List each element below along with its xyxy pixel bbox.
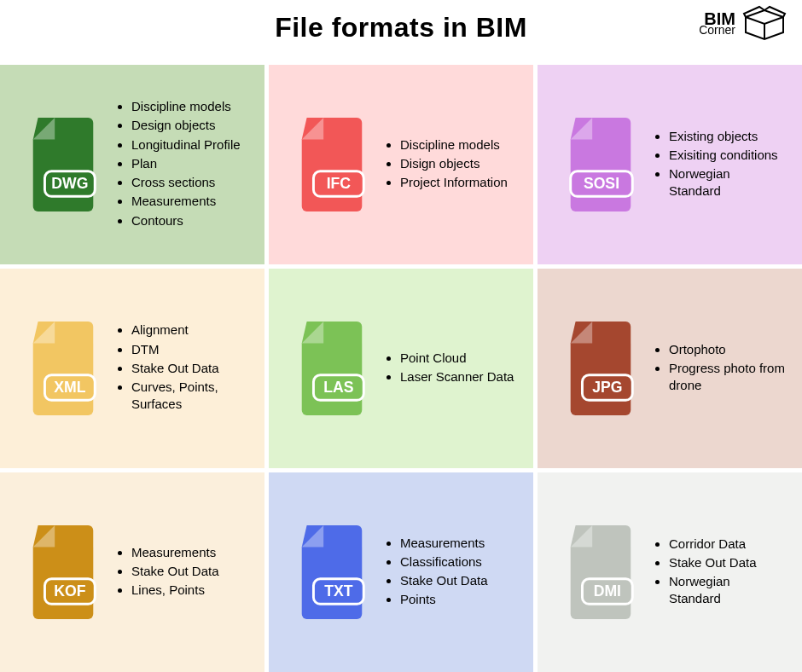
bim-corner-logo: BIM Corner xyxy=(699,5,787,41)
card-list: MeasurementsStake Out DataLines, Points xyxy=(111,544,251,601)
file-icon-las: LAS xyxy=(284,317,380,420)
svg-text:JPG: JPG xyxy=(592,379,622,396)
header: File formats in BIM BIM Corner xyxy=(0,0,802,65)
list-item: Discipline models xyxy=(400,136,516,154)
list-item: Measurements xyxy=(131,544,247,561)
svg-text:TXT: TXT xyxy=(324,582,353,600)
card-list: MeasurementsClassificationsStake Out Dat… xyxy=(380,535,520,611)
list-item: Cross sections xyxy=(131,174,247,191)
file-icon-ifc: IFC xyxy=(284,113,380,216)
list-item: Point Cloud xyxy=(400,350,516,367)
svg-text:KOF: KOF xyxy=(54,582,85,600)
card-jpg: JPGOrtophotoProgress photo from drone xyxy=(538,269,802,468)
file-icon-dwg: DWG xyxy=(15,113,111,216)
list-item: Ortophoto xyxy=(669,341,785,358)
list-item: Alignment xyxy=(131,322,247,339)
list-item: Norwegian Standard xyxy=(669,573,785,608)
list-item: Progress photo from drone xyxy=(669,360,785,395)
box-icon xyxy=(742,5,787,41)
file-icon-txt: TXT xyxy=(284,521,380,623)
file-icon-kof: KOF xyxy=(15,521,111,623)
card-list: Discipline modelsDisign objectsProject I… xyxy=(380,136,520,194)
list-item: Stake Out Data xyxy=(669,554,785,571)
svg-text:DWG: DWG xyxy=(51,175,88,192)
list-item: Discipline models xyxy=(131,98,247,115)
list-item: Lines, Points xyxy=(131,582,247,599)
card-list: Discipline modelsDesign objectsLongitudi… xyxy=(111,98,251,231)
list-item: Longitudinal Profile xyxy=(131,136,247,154)
card-xml: XMLAlignmentDTMStake Out DataCurves, Poi… xyxy=(0,269,264,468)
list-item: Norwegian Standard xyxy=(669,165,785,200)
page-title: File formats in BIM xyxy=(0,12,802,43)
list-item: Existing objects xyxy=(669,128,785,145)
file-icon-dmi: DMI xyxy=(553,521,648,623)
logo-text: BIM Corner xyxy=(699,11,735,36)
card-list: AlignmentDTMStake Out DataCurves, Points… xyxy=(111,322,251,414)
svg-text:IFC: IFC xyxy=(327,175,352,192)
file-icon-jpg: JPG xyxy=(553,317,648,420)
card-dmi: DMICorridor DataStake Out DataNorwegian … xyxy=(538,472,802,672)
card-txt: TXTMeasurementsClassificationsStake Out … xyxy=(269,472,533,672)
file-icon-sosi: SOSI xyxy=(553,113,648,216)
svg-text:XML: XML xyxy=(54,379,85,396)
list-item: Stake Out Data xyxy=(131,563,247,580)
card-kof: KOFMeasurementsStake Out DataLines, Poin… xyxy=(0,472,264,672)
list-item: Curves, Points, Surfaces xyxy=(131,379,247,414)
card-list: Existing objectsExisiting conditionsNorw… xyxy=(648,128,788,202)
card-sosi: SOSIExisting objectsExisiting conditions… xyxy=(538,65,802,264)
file-icon-xml: XML xyxy=(15,317,111,420)
list-item: Exisiting conditions xyxy=(669,147,785,164)
list-item: Measurements xyxy=(131,193,247,210)
list-item: Measurements xyxy=(400,535,516,552)
list-item: DTM xyxy=(131,341,247,358)
list-item: Disign objects xyxy=(400,155,516,172)
svg-text:DMI: DMI xyxy=(594,582,621,600)
card-grid: DWGDiscipline modelsDesign objectsLongit… xyxy=(0,65,802,672)
card-ifc: IFCDiscipline modelsDisign objectsProjec… xyxy=(269,65,533,264)
list-item: Laser Scanner Data xyxy=(400,368,516,385)
list-item: Design objects xyxy=(131,117,247,134)
list-item: Contours xyxy=(131,212,247,229)
page: File formats in BIM BIM Corner DWGDiscip… xyxy=(0,0,802,672)
card-list: Point CloudLaser Scanner Data xyxy=(380,350,520,388)
list-item: Plan xyxy=(131,155,247,172)
list-item: Classifications xyxy=(400,553,516,571)
list-item: Stake Out Data xyxy=(131,360,247,377)
list-item: Points xyxy=(400,591,516,608)
card-dwg: DWGDiscipline modelsDesign objectsLongit… xyxy=(0,65,264,264)
svg-text:LAS: LAS xyxy=(323,379,353,396)
list-item: Project Information xyxy=(400,174,516,191)
logo-line2: Corner xyxy=(699,25,735,36)
svg-text:SOSI: SOSI xyxy=(584,175,619,192)
card-list: Corridor DataStake Out DataNorwegian Sta… xyxy=(648,536,788,610)
list-item: Stake Out Data xyxy=(400,572,516,589)
card-las: LASPoint CloudLaser Scanner Data xyxy=(269,269,533,468)
list-item: Corridor Data xyxy=(669,536,785,553)
card-list: OrtophotoProgress photo from drone xyxy=(648,341,788,397)
